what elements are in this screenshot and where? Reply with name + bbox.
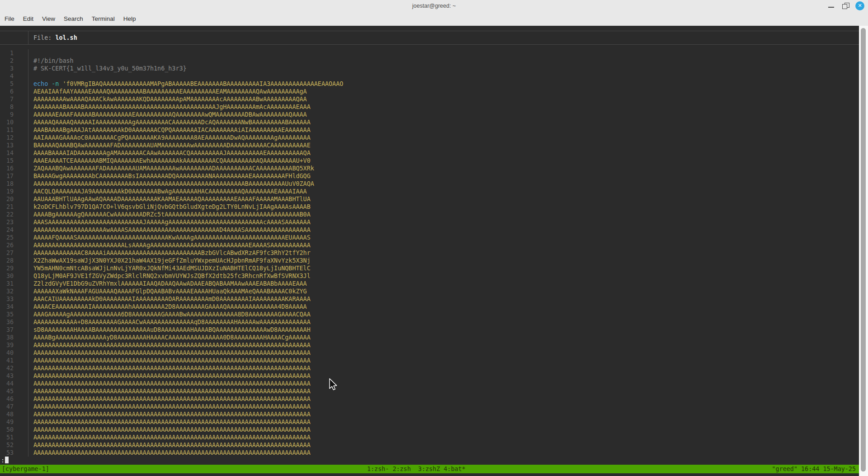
line-text: AACQLQAAAAAAAJA9AAAAAAAAkD0AAAAAAABwAgAA… [28,188,859,195]
line-number: 48 [0,410,14,418]
line-text: AAAAAAAAAAAAAAAAAAAAAAAAAAAAAAAAAAAAAAAA… [28,403,859,410]
code-row: 27AAAAAAAAAAAAAC8AAAAiAAAAAAAAAAAAAAAAAA… [0,249,859,257]
line-number: 1 [0,49,14,57]
line-number: 36 [0,318,14,326]
line-text: AAAEAAAATCEAAAAAAABMIQAAAAAAAEwhAAAAAAAA… [28,157,859,165]
pager-prompt: : [0,457,5,464]
code-row: 10AAAAAQAAAAQAAAAAIAAAAAAAAAAgAAAAAAAAAC… [0,118,859,126]
tmux-window-list: 1:zsh- 2:zsh 3:zshZ 4:bat* [367,465,466,473]
line-text: AAAAAAAAAAAAAAAAAAAAAAAAAAAAAAAAAAAAAAAA… [28,418,859,426]
line-number: 31 [0,280,14,287]
scrollbar-track[interactable] [859,26,868,476]
line-text: AAAAAAAAAAAAAAAAAAAAAAAAAAAAAAAAAAAAAAAA… [28,380,859,387]
line-number: 16 [0,165,14,172]
line-number: 13 [0,141,14,149]
line-number: 11 [0,126,14,134]
code-row: 22AAAABgAAAAAAgQAAAAAACwAAAAAAAADRZc5tAA… [0,211,859,218]
line-text: AAAAAAAAAAAAAAAAAAAAAAAAAAAAAAAAAAAAAAAA… [28,372,859,380]
line-number: 23 [0,218,14,226]
terminal-content[interactable]: File: lol.sh 12#!/bin/bash3# SK-CERT{1_w… [0,26,859,476]
close-button[interactable]: ✕ [855,1,864,10]
line-number: 27 [0,249,14,257]
bat-file-label: File: [33,34,52,41]
line-text: AAAAAAAABAAAABAAAAAAAAAAAAAAAAAAAAAAAAAA… [28,103,859,111]
line-text: AAAAAAAAAwAAAAQAAACkAwAAAAAAAKQDAAAAAAAA… [28,95,859,103]
code-row: 17BAAAAGwgAAAAAAAAbCAAAAAAAABsIAAAAAAAAD… [0,172,859,180]
tmux-status-bar: [cybergame-1] 1:zsh- 2:zsh 3:zshZ 4:bat*… [0,465,859,473]
line-text: AAAGAAAAAgAAAAAAAAAAAAAA6D8AAAAAAAAGAAAA… [28,311,859,318]
line-number: 29 [0,264,14,272]
code-row: 36AAAAAAAAAAAA+D8AAAAAAAAGAAAACwAAAAAAAA… [0,318,859,326]
line-text: AAAABgAAAAAAgQAAAAAACwAAAAAAAADRZc5tAAAA… [28,211,859,218]
line-text: AAAAAAAAAAAAAAAAAAAAAAAAAAAAAAAAAAAAAAAA… [28,387,859,395]
maximize-button[interactable] [842,3,849,9]
pager-line[interactable]: : [0,457,9,465]
line-number: 35 [0,311,14,318]
code-row: 31Z2lzdGVyVE1DbG9uZVRhYmxlAAAAAAIAAQADAA… [0,280,859,287]
line-text: AAAAAQAAAAQAAAAAIAAAAAAAAAAgAAAAAAAAACAA… [28,118,859,126]
menu-item-search[interactable]: Search [64,15,83,22]
code-row: 18AAAAAAAAAAAAAAAAAAAAAAAAAAAAAAAAAAAAAA… [0,180,859,188]
line-number: 18 [0,180,14,188]
menu-item-terminal[interactable]: Terminal [92,15,115,22]
line-number: 12 [0,134,14,141]
code-row: 48AAAAAAAAAAAAAAAAAAAAAAAAAAAAAAAAAAAAAA… [0,410,859,418]
line-number: 17 [0,172,14,180]
line-number: 10 [0,118,14,126]
line-number: 2 [0,57,14,65]
code-row: 43AAAAAAAAAAAAAAAAAAAAAAAAAAAAAAAAAAAAAA… [0,372,859,380]
code-row: 28X2ZhaWwAX19saWJjX3N0YXJ0X21haW4AX19jeG… [0,257,859,264]
line-number: 42 [0,364,14,372]
line-text: AAAAAAAAAAAAAAAAAAAAAAAAAAAAAAAAAAAAAAAA… [28,180,859,188]
line-number: 33 [0,295,14,303]
code-row: 46AAAAAAAAAAAAAAAAAAAAAAAAAAAAAAAAAAAAAA… [0,395,859,403]
line-number: 8 [0,103,14,111]
line-text [28,72,859,80]
line-text: AEAAIAAfAAYAAAAEAAAAQAAAAAAAAABAAAAAAAAA… [28,88,859,95]
code-row: 38AAAABgAAAAAAAAAAAAAAyD8AAAAAAAAHAAAACA… [0,334,859,341]
line-text: X2ZhaWwAX19saWJjX3N0YXJ0X21haW4AX19jeGFf… [28,257,859,264]
line-text: AAAABgAAAAAAAAAAAAAAyD8AAAAAAAAHAAAACAAA… [28,334,859,341]
line-text: AAAAAAAAAAAAAAAAAAAAAAAAAAAAAAAAAAAAAAAA… [28,341,859,349]
line-text: AAABAAAABgAAAJAtAAAAAAAAkD0AAAAAAACQPQAA… [28,126,859,134]
line-text: AAAAAAAAAAAAAAAAAAAAAAAAAAAAAAAAAAAAAAAA… [28,434,859,441]
line-text: AAAAAAAAAAAAAAAAAAAAAAAAAAAAAAAAAAAAAAAA… [28,364,859,372]
line-text: AAAAAAAAAAAAAAAAAAAAAAAAAAAAAAAAAAAAAAAA… [28,441,859,449]
line-text: AAAAAAXaWkNAAAFAGUAAAAQAAAAFGlpDQAABABvA… [28,287,859,295]
line-number: 41 [0,357,14,364]
minimize-button[interactable] [828,7,834,8]
line-text: Q18yLjM0AF9JVE1fZGVyZWdpc3RlclRNQ2xvbmVU… [28,272,859,280]
code-row: 26AAAAAAAAAAAAAAAAAAAAAAAAALsAAAAgAAAAAA… [0,241,859,249]
scrollbar-thumb[interactable] [861,28,866,471]
line-text: BAAAAAQAAABQAwAAAAAAAFADAAAAAAAAUAMAAAAA… [28,141,859,149]
line-text: AAUAAABHTlUAAgAAwAQAAAADAAAAAAAAAAKAAMAE… [28,195,859,203]
line-text: #!/bin/bash [28,57,859,65]
bat-header-rule-bottom [0,44,859,45]
code-row: 2#!/bin/bash [0,57,859,65]
line-number: 5 [0,80,14,88]
code-row: 5echo -n 'f0VMRgIBAQAAAAAAAAAAAAAMAPgABA… [0,80,859,88]
line-text: AAAAAAAAAAAAAC8AAAAiAAAAAAAAAAAAAAAAAAAA… [28,249,859,257]
line-text: AAASAAAAAAAAAAAAAAAAAAAAAAAAAAJAAAAAgAAA… [28,218,859,226]
code-row: 53AAAAAAAAAAAAAAAAAAAAAAAAAAAAAAAAAAAAAA… [0,449,859,457]
line-number: 37 [0,326,14,334]
code-lines: 12#!/bin/bash3# SK-CERT{1_w1ll_l34v3_y0u… [0,49,859,457]
line-number: 32 [0,287,14,295]
close-icon: ✕ [858,3,862,9]
line-number: 52 [0,441,14,449]
line-text: AAAACEAAAAAAAAAIAAAAAAAAAAhAAAAAAAAA2D8A… [28,303,859,311]
line-text: k2oDCFLhblv797D1QA7CO+lV6qsvbGliNjQvbGQt… [28,203,859,211]
line-number: 26 [0,241,14,249]
line-number: 38 [0,334,14,341]
code-row: 37sD8AAAAAAAAHAAAABAAAAAAAAAAAAAAAuD8AAA… [0,326,859,334]
line-text: echo -n 'f0VMRgIBAQAAAAAAAAAAAAAMAPgABAA… [28,80,859,88]
code-row: 20AAUAAABHTlUAAgAAwAQAAAADAAAAAAAAAAKAAM… [0,195,859,203]
code-row: 6AEAAIAAfAAYAAAAEAAAAQAAAAAAAAABAAAAAAAA… [0,88,859,95]
bat-header: File: lol.sh [0,31,859,44]
menu-item-file[interactable]: File [5,15,14,22]
menu-item-view[interactable]: View [42,15,55,22]
line-number: 39 [0,341,14,349]
menu-item-edit[interactable]: Edit [23,15,33,22]
tmux-session-name: [cybergame-1] [2,465,49,473]
menu-item-help[interactable]: Help [123,15,136,22]
